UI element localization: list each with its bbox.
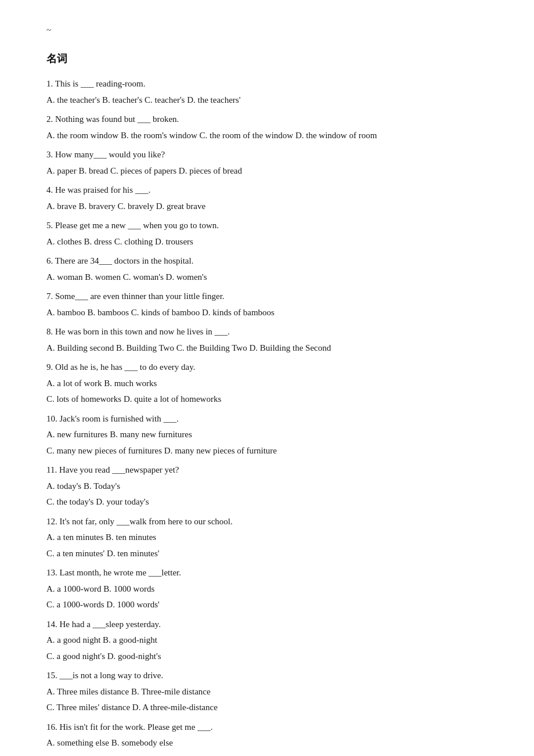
options-12-line-1: C. a ten minutes' D. ten minutes' [46,546,488,561]
options-16-line-0: A. something else B. somebody else [46,736,488,751]
question-text-13: 13. Last month, he wrote me ___letter. [46,566,488,581]
options-10-line-1: C. many new pieces of furnitures D. many… [46,444,488,459]
question-text-16: 16. His isn't fit for the work. Please g… [46,720,488,735]
options-9-line-1: C. lots of homeworks D. quite a lot of h… [46,392,488,407]
options-1: A. the teacher's B. teacher's C. teacher… [46,93,488,108]
question-block-15: 15. ___is not a long way to drive.A. Thr… [46,668,488,715]
options-5: A. clothes B. dress C. clothing D. trous… [46,235,488,250]
options-6: A. woman B. women C. woman's D. women's [46,270,488,285]
tilde-top: ~ [46,23,488,38]
section-title: 名词 [46,50,488,68]
question-text-14: 14. He had a ___sleep yesterday. [46,617,488,632]
question-block-1: 1. This is ___ reading-room.A. the teach… [46,77,488,107]
question-block-9: 9. Old as he is, he has ___ to do every … [46,360,488,407]
question-block-14: 14. He had a ___sleep yesterday.A. a goo… [46,617,488,664]
question-text-11: 11. Have you read ___newspaper yet? [46,463,488,478]
questions-container: 1. This is ___ reading-room.A. the teach… [46,77,488,756]
options-9-line-0: A. a lot of work B. much works [46,376,488,391]
question-text-2: 2. Nothing was found but ___ broken. [46,112,488,127]
question-text-7: 7. Some___ are even thinner than your li… [46,289,488,304]
question-block-5: 5. Please get me a new ___ when you go t… [46,218,488,249]
question-block-6: 6. There are 34___ doctors in the hospit… [46,254,488,285]
options-15-line-1: C. Three miles' distance D. A three-mile… [46,700,488,715]
question-block-13: 13. Last month, he wrote me ___letter.A.… [46,566,488,613]
question-block-4: 4. He was praised for his ___.A. brave B… [46,183,488,214]
question-block-7: 7. Some___ are even thinner than your li… [46,289,488,320]
question-block-12: 12. It's not far, only ___walk from here… [46,514,488,561]
question-text-12: 12. It's not far, only ___walk from here… [46,514,488,530]
options-14-line-1: C. a good night's D. good-night's [46,649,488,664]
question-block-2: 2. Nothing was found but ___ broken.A. t… [46,112,488,143]
options-2: A. the room window B. the room's window … [46,128,488,143]
question-text-15: 15. ___is not a long way to drive. [46,668,488,683]
options-10-line-0: A. new furnitures B. many new furnitures [46,427,488,442]
options-13-line-1: C. a 1000-words D. 1000 words' [46,597,488,613]
question-text-4: 4. He was praised for his ___. [46,183,488,198]
options-11-line-1: C. the today's D. your today's [46,495,488,510]
options-14-line-0: A. a good night B. a good-night [46,633,488,648]
question-text-1: 1. This is ___ reading-room. [46,77,488,92]
options-4: A. brave B. bravery C. bravely D. great … [46,199,488,214]
options-7: A. bamboo B. bamboos C. kinds of bamboo … [46,305,488,321]
question-text-6: 6. There are 34___ doctors in the hospit… [46,254,488,269]
question-block-3: 3. How many___ would you like?A. paper B… [46,147,488,178]
question-text-8: 8. He was born in this town and now he l… [46,325,488,340]
question-text-5: 5. Please get me a new ___ when you go t… [46,218,488,233]
options-3: A. paper B. bread C. pieces of papers D.… [46,164,488,179]
question-text-9: 9. Old as he is, he has ___ to do every … [46,360,488,375]
question-block-16: 16. His isn't fit for the work. Please g… [46,720,488,756]
options-16-line-1: C. someone else's D. somebody's else [46,752,488,756]
options-11-line-0: A. today's B. Today's [46,479,488,494]
question-block-11: 11. Have you read ___newspaper yet?A. to… [46,463,488,510]
question-text-10: 10. Jack's room is furnished with ___. [46,412,488,427]
question-block-8: 8. He was born in this town and now he l… [46,325,488,355]
question-block-10: 10. Jack's room is furnished with ___.A.… [46,412,488,459]
options-15-line-0: A. Three miles distance B. Three-mile di… [46,685,488,700]
question-text-3: 3. How many___ would you like? [46,147,488,163]
options-8: A. Building second B. Building Two C. th… [46,341,488,356]
options-13-line-0: A. a 1000-word B. 1000 words [46,582,488,597]
options-12-line-0: A. a ten minutes B. ten minutes [46,530,488,545]
